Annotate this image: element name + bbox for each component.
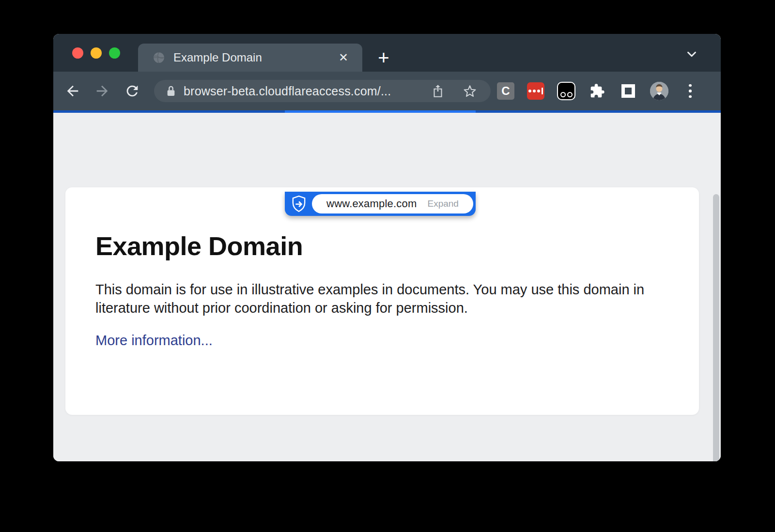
browser-window: Example Domain ✕ + bbox=[53, 34, 721, 461]
circle-glyph bbox=[560, 92, 566, 97]
page-viewport: www.example.com Expand Example Domain Th… bbox=[53, 113, 721, 461]
more-information-link[interactable]: More information... bbox=[95, 333, 213, 349]
browser-menu-button[interactable] bbox=[681, 82, 699, 100]
expand-button[interactable]: Expand bbox=[427, 198, 458, 209]
back-arrow-icon bbox=[64, 83, 81, 99]
url-bar[interactable]: browser-beta.cloudflareaccess.com/... bbox=[154, 80, 491, 102]
lastpass-dot bbox=[533, 90, 536, 92]
close-window-button[interactable] bbox=[72, 47, 83, 59]
share-button[interactable] bbox=[429, 82, 447, 100]
kebab-menu-icon bbox=[689, 84, 692, 87]
lock-icon bbox=[166, 85, 176, 97]
page-heading: Example Domain bbox=[95, 231, 670, 261]
tab-close-button[interactable]: ✕ bbox=[335, 49, 352, 66]
square-frame-icon bbox=[621, 84, 635, 98]
browser-tab[interactable]: Example Domain ✕ bbox=[138, 44, 362, 72]
reload-button[interactable] bbox=[122, 80, 143, 102]
lastpass-dot bbox=[528, 90, 531, 92]
tab-title: Example Domain bbox=[173, 51, 335, 64]
isolation-domain-banner[interactable]: www.example.com Expand bbox=[285, 192, 476, 216]
lastpass-dot bbox=[537, 90, 540, 92]
forward-arrow-icon bbox=[94, 83, 110, 99]
kebab-menu-icon bbox=[689, 90, 692, 92]
c-extension-button[interactable]: C bbox=[497, 82, 514, 100]
back-button[interactable] bbox=[62, 80, 83, 102]
extensions-row: C bbox=[497, 72, 699, 110]
bookmark-star-icon bbox=[463, 84, 477, 98]
extensions-puzzle-button[interactable] bbox=[588, 82, 606, 100]
circle-glyph bbox=[567, 92, 573, 97]
share-icon bbox=[432, 84, 444, 98]
tab-strip: Example Domain ✕ + bbox=[53, 34, 721, 72]
zoom-window-button[interactable] bbox=[109, 47, 120, 59]
shield-arrow-icon bbox=[292, 196, 306, 212]
profile-avatar-button[interactable] bbox=[650, 82, 668, 100]
bookmark-star-button[interactable] bbox=[461, 82, 479, 100]
isolation-domain-pill[interactable]: www.example.com Expand bbox=[312, 194, 473, 213]
extensions-puzzle-icon bbox=[589, 83, 605, 99]
scrollbar-thumb[interactable] bbox=[713, 194, 719, 461]
page-card: Example Domain This domain is for use in… bbox=[65, 187, 699, 415]
forward-button[interactable] bbox=[92, 80, 113, 102]
two-circles-extension-button[interactable] bbox=[557, 82, 575, 100]
window-controls bbox=[72, 47, 120, 59]
profile-avatar bbox=[650, 82, 668, 100]
kebab-menu-icon bbox=[689, 95, 692, 98]
lastpass-bar bbox=[542, 88, 543, 94]
globe-favicon-icon bbox=[153, 51, 165, 64]
lastpass-extension-button[interactable] bbox=[527, 82, 544, 100]
chevron-down-icon bbox=[684, 47, 699, 61]
browser-toolbar: browser-beta.cloudflareaccess.com/... C bbox=[53, 72, 721, 110]
url-text: browser-beta.cloudflareaccess.com/... bbox=[184, 84, 429, 98]
isolated-domain-text: www.example.com bbox=[326, 198, 417, 210]
page-paragraph: This domain is for use in illustrative e… bbox=[95, 280, 652, 317]
square-frame-extension-button[interactable] bbox=[619, 82, 637, 100]
tab-search-button[interactable] bbox=[683, 46, 700, 63]
new-tab-button[interactable]: + bbox=[373, 47, 394, 68]
reload-icon bbox=[124, 83, 140, 99]
minimize-window-button[interactable] bbox=[91, 47, 102, 59]
